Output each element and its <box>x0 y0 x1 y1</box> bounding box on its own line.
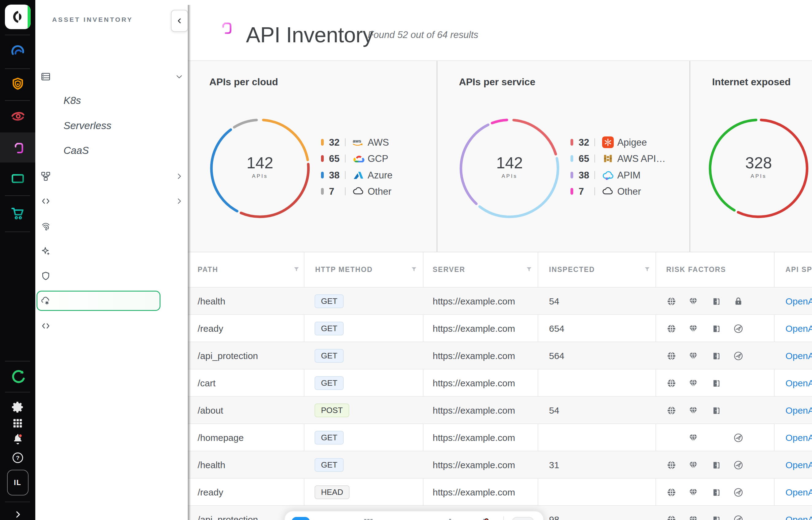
toolbar-page-button[interactable] <box>292 517 310 520</box>
sidebar-item-compute[interactable]: Compute <box>35 64 188 89</box>
gem-risk-icon <box>688 288 698 315</box>
filter-icon[interactable] <box>644 266 650 272</box>
path-value: /health <box>198 296 225 307</box>
http-method-badge: GET <box>315 376 344 390</box>
column-header-risk-factors[interactable]: RISK FACTORS <box>666 252 726 287</box>
path-cell: /about <box>198 397 223 424</box>
http-method-badge: GET <box>315 294 344 308</box>
bell-icon[interactable] <box>477 518 487 520</box>
aws-icon: aws <box>352 136 365 148</box>
table-row[interactable]: /homepageGEThttps://example.comOpenAPI <box>188 423 812 451</box>
column-header-http-method[interactable]: HTTP METHOD <box>315 252 373 287</box>
donut-segment <box>234 120 256 127</box>
gear-icon[interactable] <box>0 400 35 414</box>
api-doc-icon[interactable] <box>0 140 35 156</box>
sidebar-item-code[interactable]: Code <box>35 313 188 338</box>
sidebar-item-network[interactable]: Network <box>35 164 188 188</box>
sidebar-item-data[interactable]: Data <box>35 188 188 213</box>
sidebar-item-identity[interactable]: Identity <box>35 214 188 238</box>
settings-icon[interactable] <box>444 518 453 520</box>
legend-value: 7 <box>579 186 584 197</box>
sync-ring-icon[interactable] <box>0 370 35 383</box>
sidebar-item-ai[interactable]: AI <box>35 238 188 263</box>
cloud-gauge-icon[interactable] <box>0 44 35 59</box>
user-initials-label: IL <box>7 470 28 495</box>
bell-icon[interactable] <box>0 433 35 446</box>
legend-divider <box>345 187 346 195</box>
table-row[interactable]: /api_protectionGEThttps://example.com564… <box>188 342 812 369</box>
openapi-link[interactable]: OpenAPI <box>785 378 812 388</box>
sidebar-item-security-services[interactable]: Security Services <box>35 263 188 288</box>
apis-per-cloud-panel: APIs per cloud142APIs32awsAWS65GCP38Azur… <box>188 61 437 252</box>
path-value: /ready <box>198 487 223 498</box>
table-row[interactable]: /healthGEThttps://example.com31OpenAPI <box>188 451 812 478</box>
sidebar-item-caas[interactable]: CaaS <box>35 138 188 163</box>
help-icon[interactable]: ? <box>0 451 35 465</box>
column-header-inspected[interactable]: INSPECTED <box>549 252 595 287</box>
openapi-link[interactable]: OpenAPI <box>785 351 812 361</box>
method-cell: GET <box>315 288 344 315</box>
server-value: https://example.com <box>433 405 515 416</box>
openapi-link[interactable]: OpenAPI <box>785 323 812 334</box>
column-header-server[interactable]: SERVER <box>433 252 465 287</box>
column-header-api-spec[interactable]: API SPEC <box>785 252 812 287</box>
column-header-path[interactable]: PATH <box>198 252 218 287</box>
apps-grid-icon[interactable] <box>0 417 35 430</box>
api-spec-cell: OpenAPI <box>785 369 812 397</box>
floating-toolbar <box>284 511 544 520</box>
table-row[interactable]: /aboutPOSThttps://example.com54OpenAPI <box>188 396 812 423</box>
openapi-link[interactable]: OpenAPI <box>785 296 812 307</box>
sidebar-item-apis[interactable]: APIs <box>35 288 188 313</box>
server-cell: https://example.com <box>433 315 515 342</box>
rail-divider <box>5 361 30 362</box>
apis-icon <box>41 296 51 306</box>
column-header-label: PATH <box>198 265 218 274</box>
toolbar-secondary-button[interactable] <box>512 517 534 520</box>
column-header-label: API SPEC <box>785 265 812 274</box>
openapi-link[interactable]: OpenAPI <box>785 487 812 498</box>
table-row[interactable]: /readyHEADhttps://example.comOpenAPI <box>188 478 812 505</box>
filter-icon[interactable] <box>411 266 417 272</box>
expand-icon[interactable] <box>0 509 35 520</box>
table-row[interactable]: /readyGEThttps://example.com654OpenAPI <box>188 314 812 342</box>
table-icon[interactable] <box>363 518 373 520</box>
path-value: /cart <box>198 378 216 388</box>
toolbar-divider <box>503 516 504 520</box>
monitor-icon[interactable] <box>0 172 35 187</box>
api-spec-cell: OpenAPI <box>785 478 812 506</box>
user-initials-button[interactable]: IL <box>0 470 35 495</box>
sidebar-item-all-assets[interactable]: All Assets <box>35 40 188 65</box>
sidebar-item-k8s[interactable]: K8s <box>35 88 188 113</box>
openapi-link[interactable]: OpenAPI <box>785 405 812 416</box>
plane-risk-icon <box>733 342 743 369</box>
sidebar-item-serverless[interactable]: Serverless <box>35 114 188 138</box>
sidebar-item-label: CaaS <box>64 145 89 156</box>
svg-text:aws: aws <box>353 138 362 144</box>
openapi-link[interactable]: OpenAPI <box>785 460 812 470</box>
legend-divider <box>345 155 346 162</box>
api-spec-cell: OpenAPI <box>785 424 812 451</box>
inspected-cell: 564 <box>549 342 564 369</box>
send-icon[interactable] <box>395 518 404 520</box>
filter-icon[interactable] <box>293 266 299 272</box>
openapi-link[interactable]: OpenAPI <box>785 433 812 443</box>
legend-item: 38APIM <box>437 167 690 183</box>
orca-logo[interactable] <box>5 5 31 29</box>
table-row[interactable]: /healthGEThttps://example.com54OpenAPI <box>188 287 812 314</box>
path-value: /homepage <box>198 433 244 443</box>
legend-value: 7 <box>329 186 334 197</box>
api-spec-cell: OpenAPI <box>785 397 812 424</box>
server-cell: https://example.com <box>433 342 515 369</box>
table-row[interactable]: /cartGEThttps://example.comOpenAPI <box>188 369 812 396</box>
sort-icon[interactable] <box>325 518 335 520</box>
sidebar-collapse-button[interactable] <box>171 10 188 32</box>
cart-icon[interactable] <box>0 205 35 222</box>
globe-risk-icon <box>666 342 676 369</box>
inspected-cell: 54 <box>549 397 559 424</box>
api-spec-cell: OpenAPI <box>785 288 812 315</box>
eye-icon[interactable] <box>0 108 35 124</box>
filter-icon[interactable] <box>526 266 532 272</box>
openapi-link[interactable]: OpenAPI <box>785 515 812 520</box>
shield-layers-icon[interactable] <box>0 76 35 92</box>
gem-risk-icon <box>688 506 698 520</box>
